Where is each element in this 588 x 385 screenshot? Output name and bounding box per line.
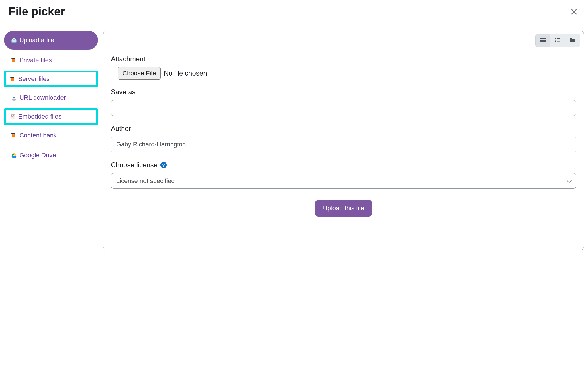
view-mode-group [535, 34, 580, 47]
svg-rect-18 [557, 41, 560, 42]
license-select-wrap: License not specified [111, 173, 576, 189]
svg-rect-14 [557, 38, 560, 39]
moodle-icon [11, 57, 17, 63]
svg-rect-13 [555, 38, 556, 39]
grid-icon [540, 37, 546, 44]
sidebar-item-content-bank[interactable]: Content bank [4, 126, 98, 145]
license-select[interactable]: License not specified [111, 173, 576, 189]
close-button[interactable] [569, 6, 579, 17]
svg-rect-5 [11, 115, 13, 116]
file-chooser: Choose File No file chosen [111, 67, 576, 80]
dialog-title: File picker [9, 5, 65, 18]
license-label-row: Choose license ? [111, 161, 576, 169]
author-label: Author [111, 125, 576, 133]
sidebar-item-label: Upload a file [19, 36, 54, 44]
license-group: Choose license ? License not specified [111, 161, 576, 189]
svg-rect-17 [555, 41, 556, 42]
author-input[interactable] [111, 137, 576, 152]
svg-rect-12 [544, 40, 546, 42]
choose-file-button[interactable]: Choose File [118, 67, 161, 80]
submit-row: Upload this file [111, 200, 576, 217]
main-panel: Attachment Choose File No file chosen Sa… [103, 31, 584, 250]
svg-rect-8 [542, 38, 544, 39]
help-icon[interactable]: ? [160, 162, 167, 168]
google-drive-icon [11, 152, 17, 158]
attachment-group: Attachment Choose File No file chosen [111, 55, 576, 80]
svg-point-3 [12, 99, 16, 101]
folder-icon [569, 37, 576, 44]
save-as-label: Save as [111, 88, 576, 96]
sidebar-item-embedded-files[interactable]: Embedded files [4, 108, 98, 125]
svg-rect-1 [11, 58, 15, 59]
sidebar-item-private-files[interactable]: Private files [4, 51, 98, 70]
svg-rect-11 [542, 40, 544, 42]
view-toolbar [103, 31, 584, 47]
dialog-body: Upload a file Private files Server files… [0, 26, 588, 250]
sidebar-item-google-drive[interactable]: Google Drive [4, 146, 98, 165]
download-icon [11, 95, 17, 101]
moodle-icon [10, 76, 16, 82]
sidebar-item-label: Server files [18, 75, 50, 83]
sidebar-item-server-files[interactable]: Server files [4, 71, 98, 87]
moodle-icon [11, 132, 17, 138]
svg-rect-7 [540, 38, 542, 39]
sidebar-item-label: Content bank [19, 132, 57, 139]
svg-rect-16 [557, 40, 560, 40]
list-icon [555, 37, 561, 44]
svg-rect-15 [555, 40, 556, 40]
sidebar-item-label: URL downloader [19, 94, 66, 101]
save-as-group: Save as [111, 88, 576, 116]
close-icon [571, 7, 577, 17]
svg-rect-2 [10, 77, 14, 78]
attachment-label: Attachment [111, 55, 576, 63]
sidebar-item-upload-a-file[interactable]: Upload a file [4, 31, 98, 50]
sidebar-item-url-downloader[interactable]: URL downloader [4, 88, 98, 107]
upload-form: Attachment Choose File No file chosen Sa… [103, 47, 584, 225]
view-tree-button[interactable] [565, 34, 580, 47]
repository-sidebar: Upload a file Private files Server files… [4, 31, 98, 250]
sidebar-item-label: Embedded files [18, 113, 62, 120]
license-label: Choose license [111, 161, 158, 169]
file-status-text: No file chosen [164, 69, 207, 77]
view-icons-button[interactable] [536, 34, 550, 47]
svg-rect-10 [540, 40, 542, 42]
view-list-button[interactable] [550, 34, 565, 47]
sidebar-item-label: Google Drive [19, 152, 56, 159]
embedded-icon [10, 113, 16, 120]
svg-rect-9 [544, 38, 546, 39]
svg-rect-6 [11, 133, 15, 134]
author-group: Author [111, 125, 576, 152]
file-picker-dialog: File picker Upload a file Private files [0, 0, 588, 250]
upload-icon [11, 37, 17, 43]
dialog-header: File picker [0, 0, 588, 26]
save-as-input[interactable] [111, 100, 576, 116]
sidebar-item-label: Private files [19, 56, 52, 64]
upload-this-file-button[interactable]: Upload this file [315, 200, 372, 217]
